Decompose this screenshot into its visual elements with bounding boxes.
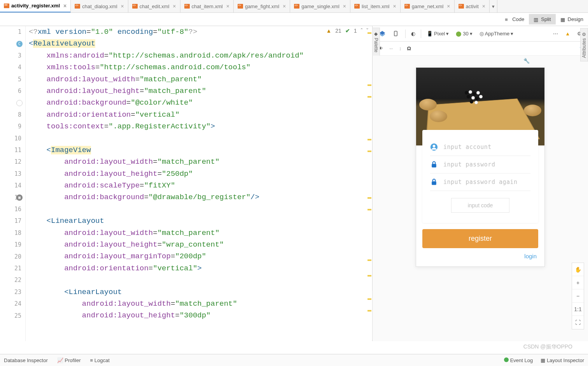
wrench-icon[interactable]: 🔧: [523, 58, 530, 64]
night-mode-icon[interactable]: ◐: [409, 29, 418, 38]
code-line[interactable]: tools:context=".app.RegisterActivity">: [26, 121, 367, 132]
layout-preview[interactable]: input accountinput passwordinput passwor…: [416, 67, 545, 267]
close-icon[interactable]: ×: [226, 3, 229, 9]
line-number[interactable]: 14: [0, 180, 25, 191]
line-number[interactable]: 13: [0, 168, 25, 180]
code-line[interactable]: android:orientation="vertical">: [26, 263, 367, 274]
line-number[interactable]: 2C: [0, 38, 25, 49]
magnet-icon[interactable]: Ω: [407, 46, 411, 51]
orientation-icon[interactable]: [390, 29, 402, 39]
gutter-icon[interactable]: C: [16, 41, 23, 47]
logcat-button[interactable]: ≡ Logcat: [90, 357, 110, 363]
device-selector[interactable]: 📱 Pixel ▾: [424, 29, 451, 38]
line-number[interactable]: 17: [0, 215, 25, 227]
tabs-overflow-button[interactable]: ▾: [490, 0, 497, 13]
database-inspector-button[interactable]: Database Inspector: [4, 357, 48, 363]
close-icon[interactable]: ×: [173, 3, 176, 9]
file-tab[interactable]: chat_edit.xml×: [128, 0, 180, 13]
code-line[interactable]: android:layout_marginTop="200dp": [26, 250, 367, 262]
gutter-icon[interactable]: ▦: [16, 194, 23, 201]
code-line[interactable]: android:layout_height="wrap_content": [26, 239, 367, 250]
line-number[interactable]: 25: [0, 310, 25, 321]
line-number[interactable]: 8: [0, 109, 25, 121]
code-line[interactable]: android:layout_width="match_parent": [26, 227, 367, 239]
close-icon[interactable]: ×: [482, 3, 485, 9]
view-split-button[interactable]: ▥Split: [529, 14, 555, 25]
more-actions-icon[interactable]: ⋯: [551, 29, 560, 38]
profiler-button[interactable]: 📈 Profiler: [57, 357, 81, 363]
design-canvas[interactable]: 🔧 input accountinput passwordinput: [373, 56, 588, 341]
event-log-button[interactable]: Event Log: [504, 357, 533, 363]
code-line[interactable]: android:background="@color/white": [26, 97, 367, 109]
line-number[interactable]: 16: [0, 203, 25, 215]
file-tab[interactable]: activit×: [455, 0, 490, 13]
code-line[interactable]: android:background="@drawable/bg_registe…: [26, 191, 367, 203]
code-line[interactable]: <ImageView: [26, 144, 367, 156]
code-line[interactable]: android:layout_width="match_parent": [26, 156, 367, 168]
code-line[interactable]: [26, 274, 367, 286]
code-line[interactable]: xmlns:tools="http://schemas.android.com/…: [26, 61, 367, 73]
line-number[interactable]: 22: [0, 274, 25, 286]
layout-inspector-button[interactable]: ▦ Layout Inspector: [541, 357, 584, 363]
inspections-widget[interactable]: ▲21 ✔1 ˆ ˇ: [326, 28, 368, 34]
line-number[interactable]: 15▦: [0, 191, 25, 203]
zoom-button[interactable]: +: [572, 276, 584, 289]
code-line[interactable]: android:layout_width="match_parent": [26, 74, 367, 85]
code-line[interactable]: android:layout_height="match_parent": [26, 85, 367, 97]
next-highlight-icon[interactable]: ˇ: [366, 28, 368, 34]
attributes-tab[interactable]: Attributes ⚙: [580, 28, 588, 61]
close-icon[interactable]: ×: [63, 3, 66, 9]
line-number[interactable]: 20: [0, 250, 25, 262]
theme-selector[interactable]: ◎ AppTheme ▾: [477, 29, 516, 38]
line-number[interactable]: 4: [0, 61, 25, 73]
code-line[interactable]: <RelativeLayout: [26, 38, 367, 49]
line-number[interactable]: 23: [0, 286, 25, 298]
code-line[interactable]: xmlns:android="http://schemas.android.co…: [26, 50, 367, 61]
gutter-icon[interactable]: □: [16, 100, 23, 106]
file-tab[interactable]: chat_item.xml×: [180, 0, 234, 13]
line-number[interactable]: 18: [0, 227, 25, 239]
code-area[interactable]: <?xml version="1.0" encoding="utf-8"?><R…: [26, 26, 367, 341]
zoom-button[interactable]: ⛶: [572, 316, 584, 329]
file-tab[interactable]: list_item.xml×: [350, 0, 401, 13]
file-tab[interactable]: game_fight.xml×: [234, 0, 290, 13]
code-line[interactable]: android:layout_height="250dp": [26, 168, 367, 180]
arrows-v-icon[interactable]: ↕: [399, 46, 402, 51]
code-line[interactable]: <LinearLayout: [26, 215, 367, 227]
line-number[interactable]: 11: [0, 144, 25, 156]
line-number[interactable]: 21: [0, 263, 25, 274]
line-number[interactable]: 19: [0, 239, 25, 250]
zoom-button[interactable]: −: [572, 289, 584, 303]
close-icon[interactable]: ×: [283, 3, 286, 9]
zoom-button[interactable]: 1:1: [572, 303, 584, 316]
line-number[interactable]: 24: [0, 298, 25, 310]
palette-tab[interactable]: ◆ Palette: [372, 28, 380, 56]
code-line[interactable]: [26, 203, 367, 215]
file-tab[interactable]: game_net.xml×: [401, 0, 455, 13]
editor-marker-strip[interactable]: [367, 26, 372, 341]
line-number[interactable]: 1: [0, 26, 25, 38]
code-line[interactable]: android:layout_width="match_parent": [26, 298, 367, 310]
code-line[interactable]: [26, 133, 367, 144]
line-number[interactable]: 9: [0, 121, 25, 132]
code-line[interactable]: android:layout_height="300dp": [26, 310, 367, 321]
file-tab[interactable]: chat_dialog.xml×: [71, 0, 128, 13]
line-number[interactable]: 7□: [0, 97, 25, 109]
line-number[interactable]: 6: [0, 85, 25, 97]
line-number[interactable]: 3: [0, 50, 25, 61]
code-line[interactable]: <LinearLayout: [26, 286, 367, 298]
view-design-button[interactable]: ▦Design: [556, 14, 588, 25]
prev-highlight-icon[interactable]: ˆ: [361, 28, 363, 34]
close-icon[interactable]: ×: [447, 3, 450, 9]
view-code-button[interactable]: ≡Code: [500, 14, 529, 25]
close-icon[interactable]: ×: [121, 3, 124, 9]
file-tab[interactable]: activity_register.xml×: [0, 0, 71, 13]
close-icon[interactable]: ×: [393, 3, 396, 9]
zoom-button[interactable]: ✋: [572, 263, 584, 276]
line-number[interactable]: 12: [0, 156, 25, 168]
code-line[interactable]: android:scaleType="fitXY": [26, 180, 367, 191]
line-number[interactable]: 10: [0, 133, 25, 144]
code-line[interactable]: <?xml version="1.0" encoding="utf-8"?>: [26, 26, 367, 38]
api-selector[interactable]: ⬤ 30 ▾: [453, 29, 474, 38]
close-icon[interactable]: ×: [343, 3, 346, 9]
